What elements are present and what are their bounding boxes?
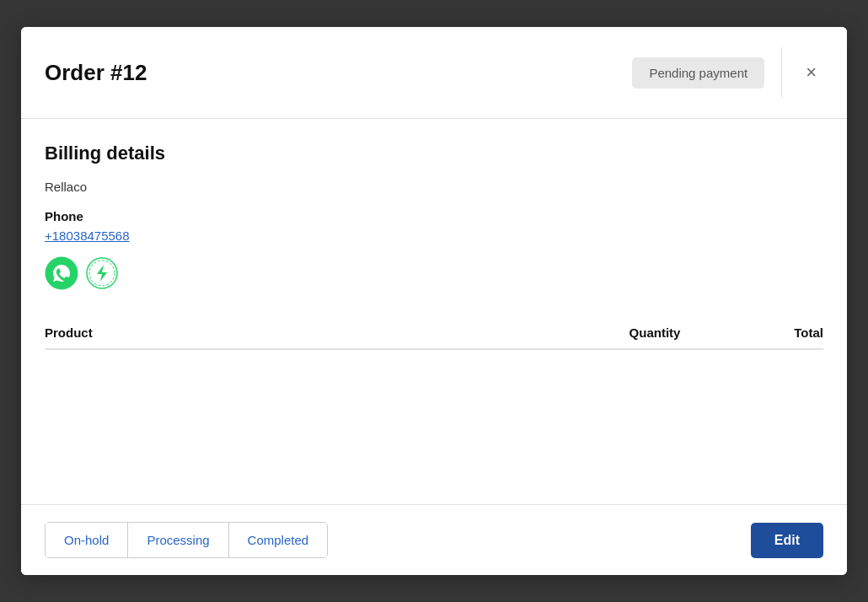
status-buttons-group: On-hold Processing Completed: [45, 522, 328, 558]
modal-body: Billing details Rellaco Phone +180384755…: [21, 119, 847, 504]
modal-footer: On-hold Processing Completed Edit: [21, 504, 847, 575]
phone-link[interactable]: +18038475568: [45, 228, 823, 243]
table-header: Product Quantity Total: [45, 317, 823, 350]
header-divider: [781, 47, 782, 98]
modal-title: Order #12: [45, 60, 147, 86]
col-product-header: Product: [45, 325, 587, 340]
billing-section-title: Billing details: [45, 142, 823, 164]
modal-header: Order #12 Pending payment ×: [21, 27, 847, 119]
status-btn-completed[interactable]: Completed: [229, 523, 328, 557]
status-btn-onhold[interactable]: On-hold: [46, 523, 128, 557]
modal-backdrop: Order #12 Pending payment × Billing deta…: [0, 0, 868, 602]
modal-header-right: Pending payment ×: [632, 47, 823, 98]
zap-icon[interactable]: [85, 256, 119, 290]
col-quantity-header: Quantity: [587, 325, 722, 340]
contact-icons: [45, 256, 823, 290]
whatsapp-icon[interactable]: [45, 256, 78, 290]
order-modal: Order #12 Pending payment × Billing deta…: [21, 27, 847, 575]
status-badge: Pending payment: [632, 57, 764, 89]
customer-name: Rellaco: [45, 180, 823, 194]
phone-label: Phone: [45, 209, 823, 223]
close-button[interactable]: ×: [799, 60, 823, 85]
edit-button[interactable]: Edit: [751, 523, 823, 558]
status-btn-processing[interactable]: Processing: [128, 523, 228, 557]
col-total-header: Total: [722, 325, 823, 340]
